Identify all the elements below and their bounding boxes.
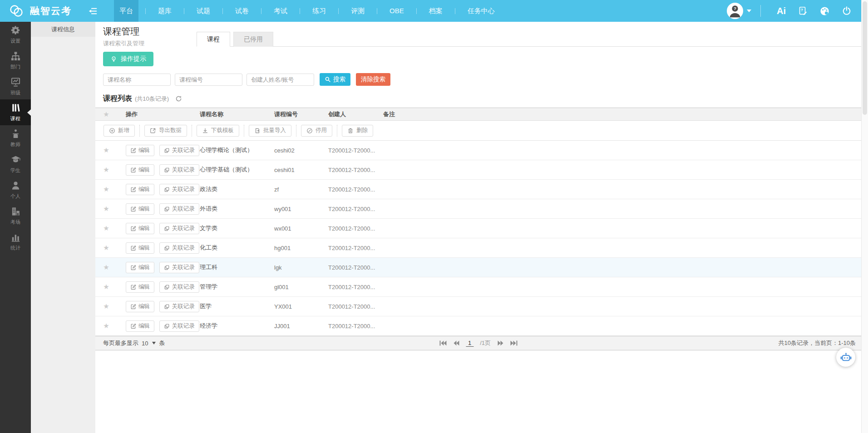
nav-item-task-center[interactable]: 任务中心: [462, 0, 500, 22]
current-page[interactable]: 1: [466, 340, 473, 347]
icon-sidebar: 设置 部门 班级 课程 教师: [0, 22, 31, 433]
ai-assistant-icon[interactable]: Ai: [777, 6, 786, 16]
chevron-down-icon: [747, 10, 751, 12]
course-code: YX001: [274, 303, 328, 310]
copy-icon: [164, 304, 170, 310]
sidebar-item-teacher[interactable]: 教师: [0, 125, 31, 151]
add-button[interactable]: 新增: [104, 125, 135, 137]
edit-pencil-icon: [130, 167, 136, 173]
related-records-button[interactable]: 关联记录: [159, 223, 199, 234]
favorite-star-icon[interactable]: ★: [95, 146, 117, 154]
course-code: wx001: [274, 225, 328, 232]
page-scrollbar[interactable]: [861, 0, 868, 433]
topbar: 融智云考 平台 题库 试题 试卷 考试 练习 评测 OBE 档案 任务中心: [0, 0, 861, 22]
favorite-star-icon[interactable]: ★: [95, 166, 117, 174]
sidebar-item-exam-room[interactable]: 考场: [0, 203, 31, 229]
sidebar-item-course-info[interactable]: 课程信息: [31, 22, 95, 37]
edit-button[interactable]: 编辑: [126, 184, 154, 195]
nav-item-questions[interactable]: 试题: [191, 0, 216, 22]
menu-collapse-icon[interactable]: [88, 6, 98, 16]
favorite-star-icon[interactable]: ★: [95, 283, 117, 291]
favorite-star-icon[interactable]: ★: [95, 244, 117, 252]
favorite-star-icon[interactable]: ★: [95, 185, 117, 193]
table-row-highlighted: ★ 编辑 关联记录 理工科 lgk T200012-T2000...: [95, 258, 861, 277]
first-page-button[interactable]: [439, 340, 447, 346]
refresh-icon[interactable]: [175, 95, 182, 102]
avatar[interactable]: ?: [727, 3, 743, 19]
creator-input[interactable]: [247, 74, 314, 86]
search-icon: [325, 76, 331, 83]
favorite-star-icon[interactable]: ★: [95, 302, 117, 310]
sidebar-item-student[interactable]: 学生: [0, 151, 31, 177]
next-page-button[interactable]: [497, 340, 503, 346]
edit-button[interactable]: 编辑: [126, 164, 154, 176]
edit-button[interactable]: 编辑: [126, 145, 154, 156]
sidebar-item-personal[interactable]: 个人: [0, 177, 31, 203]
edit-button[interactable]: 编辑: [126, 301, 154, 312]
edit-button[interactable]: 编辑: [126, 203, 154, 215]
course-name-input[interactable]: [103, 74, 171, 86]
favorite-star-icon[interactable]: ★: [95, 263, 117, 271]
disable-button[interactable]: 停用: [301, 125, 332, 137]
page-heading: 课程管理 课程索引及管理: [103, 22, 197, 47]
nav-item-exams[interactable]: 考试: [268, 0, 293, 22]
robot-assistant-button[interactable]: [836, 348, 855, 367]
theme-palette-icon[interactable]: [819, 6, 830, 16]
batch-import-button[interactable]: 批量导入: [249, 125, 291, 137]
tab-courses[interactable]: 课程: [197, 32, 230, 47]
related-records-button[interactable]: 关联记录: [159, 145, 199, 156]
related-records-button[interactable]: 关联记录: [159, 301, 199, 312]
operation-tip-button[interactable]: 操作提示: [103, 52, 153, 66]
delete-button[interactable]: 删除: [342, 125, 373, 137]
nav-separator: [455, 8, 455, 14]
favorite-star-icon[interactable]: ★: [95, 205, 117, 213]
nav-item-evaluation[interactable]: 评测: [345, 0, 370, 22]
related-records-button[interactable]: 关联记录: [159, 164, 199, 176]
edit-button[interactable]: 编辑: [126, 242, 154, 254]
edit-button[interactable]: 编辑: [126, 320, 154, 332]
course-creator: T200012-T2000...: [328, 303, 383, 310]
search-button[interactable]: 搜索: [320, 73, 350, 86]
related-records-button[interactable]: 关联记录: [159, 262, 199, 273]
course-code-input[interactable]: [175, 74, 242, 86]
last-page-button[interactable]: [510, 340, 518, 346]
export-data-button[interactable]: 导出数据: [144, 125, 187, 137]
related-records-button[interactable]: 关联记录: [159, 320, 199, 332]
nav-separator: [377, 8, 377, 14]
sidebar-item-class[interactable]: 班级: [0, 74, 31, 99]
course-creator: T200012-T2000...: [328, 323, 383, 330]
user-menu[interactable]: ?: [727, 3, 751, 19]
related-records-button[interactable]: 关联记录: [159, 281, 199, 293]
sidebar-item-statistics[interactable]: 统计: [0, 229, 31, 255]
nav-separator: [261, 8, 261, 14]
edit-button[interactable]: 编辑: [126, 223, 154, 234]
favorite-star-icon[interactable]: ★: [95, 322, 117, 330]
prev-page-button[interactable]: [453, 340, 459, 346]
nav-item-platform[interactable]: 平台: [114, 0, 138, 22]
related-records-button[interactable]: 关联记录: [159, 242, 199, 254]
nav-item-practice[interactable]: 练习: [307, 0, 331, 22]
page-size-select[interactable]: 10: [142, 340, 156, 347]
nav-item-archive[interactable]: 档案: [424, 0, 448, 22]
edit-button[interactable]: 编辑: [126, 281, 154, 293]
course-code: gl001: [274, 284, 328, 290]
nav-item-question-bank[interactable]: 题库: [153, 0, 177, 22]
bar-chart-icon: [10, 232, 21, 242]
logout-power-icon[interactable]: [842, 6, 852, 16]
nav-item-obe[interactable]: OBE: [384, 0, 409, 22]
related-records-button[interactable]: 关联记录: [159, 203, 199, 215]
sidebar-item-course[interactable]: 课程: [0, 99, 31, 125]
nav-item-papers[interactable]: 试卷: [230, 0, 254, 22]
clear-search-button[interactable]: 清除搜索: [356, 73, 390, 86]
download-template-button[interactable]: 下载模板: [197, 125, 239, 137]
sidebar-item-settings[interactable]: 设置: [0, 22, 31, 48]
tab-disabled-courses[interactable]: 已停用: [233, 32, 273, 47]
copy-icon: [164, 245, 170, 251]
sidebar-item-department[interactable]: 部门: [0, 48, 31, 74]
books-icon: [10, 103, 21, 113]
scrollbar-thumb[interactable]: [863, 1, 867, 115]
help-doc-icon[interactable]: ?: [798, 6, 808, 16]
related-records-button[interactable]: 关联记录: [159, 184, 199, 195]
favorite-star-icon[interactable]: ★: [95, 224, 117, 232]
edit-button[interactable]: 编辑: [126, 262, 154, 273]
